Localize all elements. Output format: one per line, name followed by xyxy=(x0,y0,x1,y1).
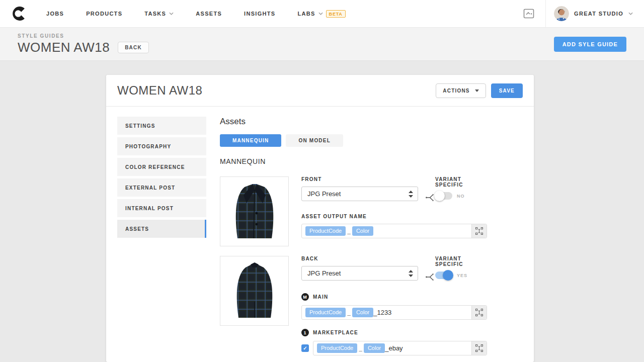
account-menu[interactable]: GREAT STUDIO xyxy=(546,6,644,21)
select-caret-icon xyxy=(409,270,413,277)
marketplace-label: MARKETPLACE xyxy=(313,330,358,335)
variant-specific-toggle[interactable] xyxy=(435,272,452,279)
sidebar-item-assets[interactable]: ASSETS xyxy=(117,220,206,238)
panel-heading: Assets xyxy=(220,117,523,127)
nav-label: PRODUCTS xyxy=(86,11,122,17)
primary-nav: JOBS PRODUCTS TASKS ASSETS INSIGHTS LABS… xyxy=(46,10,368,18)
page-header: STYLE GUIDES WOMEN AW18 BACK ADD SYLE GU… xyxy=(0,28,644,61)
token-pill-color[interactable]: Color xyxy=(352,226,373,236)
card-title: WOMEN AW18 xyxy=(117,83,202,98)
back-coat-thumbnail[interactable] xyxy=(220,256,289,326)
nav-item-products[interactable]: PRODUCTS xyxy=(86,11,122,17)
tab-mannequin[interactable]: MANNEQUIN xyxy=(220,134,281,147)
activity-icon xyxy=(523,9,534,19)
toggle-state-label: YES xyxy=(457,273,467,278)
variant-specific-label: VARIANT SPECIFIC xyxy=(435,176,487,188)
toggle-knob xyxy=(434,191,445,201)
page-header-titles: STYLE GUIDES WOMEN AW18 BACK xyxy=(18,33,149,55)
token-pill-color[interactable]: Color xyxy=(364,343,385,353)
back-variant-specific: VARIANT SPECIFIC YES xyxy=(435,256,487,284)
chevron-down-icon xyxy=(169,12,174,15)
back-preset-value: JPG Preset xyxy=(307,269,341,277)
back-preset-select[interactable]: JPG Preset xyxy=(301,266,418,281)
front-variant-specific: VARIANT SPECIFIC NO xyxy=(435,176,487,205)
sidebar-item-external-post[interactable]: EXTERNAL POST xyxy=(117,178,206,197)
marketplace-output-name-input[interactable]: ProductCode _ Color _ebay xyxy=(313,341,487,355)
front-preset-select[interactable]: JPG Preset xyxy=(301,187,418,201)
nav-item-insights[interactable]: INSIGHTS xyxy=(244,11,275,17)
front-label: FRONT xyxy=(301,176,418,182)
nav-label: INSIGHTS xyxy=(244,11,275,17)
output-group-marketplace: 1 MARKETPLACE ✓ ProductCode _ Color _eba… xyxy=(301,329,487,355)
asset-row-back: BACK JPG Preset xyxy=(220,256,523,362)
text-template-icon[interactable] xyxy=(471,306,487,319)
main-badge: M xyxy=(301,293,309,301)
main-output-name-input[interactable]: ProductCode _ Color _1233 xyxy=(301,305,487,320)
token-pill-productcode[interactable]: ProductCode xyxy=(305,308,346,317)
actions-dropdown-button[interactable]: ACTIONS xyxy=(436,83,486,98)
main-area: WOMEN AW18 ACTIONS SAVE SETTINGS PHOTOGR… xyxy=(0,75,644,362)
tab-on-model[interactable]: ON MODEL xyxy=(286,134,343,147)
front-fields: FRONT JPG Preset xyxy=(301,176,487,246)
front-preset-value: JPG Preset xyxy=(307,190,341,198)
output-suffix: _1233 xyxy=(373,309,391,316)
sidebar-item-color-reference[interactable]: COLOR REFERENCE xyxy=(117,158,206,176)
asset-type-tabs: MANNEQUIN ON MODEL xyxy=(220,134,523,147)
front-coat-thumbnail[interactable] xyxy=(220,176,289,246)
token-separator: _ xyxy=(347,309,351,316)
variant-specific-label: VARIANT SPECIFIC xyxy=(435,256,487,267)
marketplace-checkbox[interactable]: ✓ xyxy=(301,344,309,352)
back-button[interactable]: BACK xyxy=(118,42,149,53)
output-group-main: M MAIN ProductCode _ Color _1233 xyxy=(301,293,487,320)
avatar xyxy=(554,6,569,21)
marketplace-badge: 1 xyxy=(301,329,309,336)
actions-label: ACTIONS xyxy=(443,88,469,94)
token-separator: _ xyxy=(359,345,362,352)
toggle-state-label: NO xyxy=(457,194,465,199)
text-template-icon[interactable] xyxy=(471,224,487,238)
assets-panel: Assets MANNEQUIN ON MODEL MANNEQUIN xyxy=(220,117,523,362)
settings-sidebar: SETTINGS PHOTOGRAPHY COLOR REFERENCE EXT… xyxy=(117,117,206,362)
front-output-name-input[interactable]: ProductCode _ Color xyxy=(301,224,487,238)
chevron-down-icon xyxy=(318,12,323,15)
main-label: MAIN xyxy=(313,294,328,300)
activity-inbox-button[interactable] xyxy=(516,9,541,19)
studio-name: GREAT STUDIO xyxy=(574,11,623,17)
nav-item-tasks[interactable]: TASKS xyxy=(144,11,174,17)
brand-logo-icon[interactable] xyxy=(10,4,29,23)
output-suffix: _ebay xyxy=(385,344,403,352)
chevron-down-icon xyxy=(628,12,633,15)
nav-label: TASKS xyxy=(144,11,166,17)
section-heading: MANNEQUIN xyxy=(220,157,523,165)
variant-specific-toggle[interactable] xyxy=(435,192,452,200)
asset-row-front: FRONT JPG Preset xyxy=(220,176,523,246)
token-pill-color[interactable]: Color xyxy=(352,308,373,317)
nav-item-jobs[interactable]: JOBS xyxy=(46,11,64,17)
token-pill-productcode[interactable]: ProductCode xyxy=(317,343,357,353)
token-pill-productcode[interactable]: ProductCode xyxy=(305,226,346,236)
sidebar-item-photography[interactable]: PHOTOGRAPHY xyxy=(117,137,206,155)
beta-badge: BETA xyxy=(326,10,346,18)
nav-label: ASSETS xyxy=(196,11,222,17)
page-title: WOMEN AW18 xyxy=(18,40,110,55)
sidebar-item-settings[interactable]: SETTINGS xyxy=(117,117,206,135)
nav-item-assets[interactable]: ASSETS xyxy=(196,11,222,17)
caret-down-icon xyxy=(475,89,479,92)
sidebar-item-internal-post[interactable]: INTERNAL POST xyxy=(117,199,206,217)
asset-output-name-label: ASSET OUTPUT NAME xyxy=(301,214,487,219)
top-navigation-bar: JOBS PRODUCTS TASKS ASSETS INSIGHTS LABS… xyxy=(0,0,644,28)
select-caret-icon xyxy=(409,191,413,198)
nav-label: LABS xyxy=(297,11,315,17)
add-style-guide-button[interactable]: ADD SYLE GUIDE xyxy=(554,37,626,52)
share-branch-icon[interactable] xyxy=(425,272,435,284)
save-button[interactable]: SAVE xyxy=(491,83,523,98)
card-body: SETTINGS PHOTOGRAPHY COLOR REFERENCE EXT… xyxy=(106,107,534,362)
text-template-icon[interactable] xyxy=(471,341,487,355)
share-branch-icon[interactable] xyxy=(425,193,435,205)
back-label: BACK xyxy=(301,256,418,261)
nav-item-labs[interactable]: LABS BETA xyxy=(297,10,345,18)
c-logo-icon xyxy=(11,5,29,23)
topbar-right: GREAT STUDIO xyxy=(516,0,644,27)
token-separator: _ xyxy=(347,228,351,235)
back-fields: BACK JPG Preset xyxy=(301,256,487,362)
